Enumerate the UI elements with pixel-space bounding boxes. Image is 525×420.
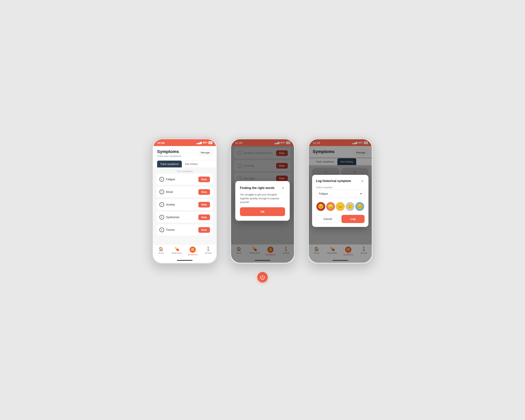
- neutral-emoji: 😐: [337, 204, 343, 209]
- symptom-name-mood: Mood: [166, 190, 173, 194]
- status-bar-1: 10:54 ▂▄▆ WiFi 82: [153, 139, 216, 146]
- nav-symptoms-label-1: Symptoms: [188, 253, 198, 256]
- status-time-1: 10:54: [157, 141, 165, 144]
- app-content-1: Symptoms Track your symptoms Manage Trac…: [153, 146, 216, 263]
- manage-button-1[interactable]: Manage: [198, 150, 212, 155]
- symptom-name-anxiety: Anxiety: [166, 203, 175, 206]
- info-icon-fatigue[interactable]: i: [159, 177, 164, 182]
- status-icons-1: ▂▄▆ WiFi 82: [197, 141, 212, 144]
- selected-symptom: Fatigue: [319, 192, 328, 195]
- rate-button-dyskinesia[interactable]: Rate: [198, 215, 210, 220]
- emoji-good[interactable]: 😊: [355, 202, 364, 211]
- phone-3: 11:19 ▂▄▆ WiFi 79 Symptoms Manage: [307, 138, 373, 264]
- nav-medication-1[interactable]: 💊 Medication: [171, 247, 182, 256]
- phone-1: 10:54 ▂▄▆ WiFi 82 Symptoms Track your sy…: [152, 138, 218, 264]
- ok-emoji: 🙂: [347, 204, 353, 209]
- nav-medication-label-1: Medication: [172, 252, 182, 254]
- chevron-down-icon: ▾: [360, 192, 362, 195]
- power-button[interactable]: [257, 272, 268, 282]
- wifi-icon-1: WiFi: [203, 141, 207, 144]
- emoji-ok[interactable]: 🙂: [346, 202, 355, 211]
- symptoms-list-1: i Fatigue Rate i Mood Rate: [153, 174, 216, 235]
- medication-icon-1: 💊: [174, 247, 179, 251]
- tab-see-history-1[interactable]: See history: [182, 161, 201, 168]
- rate-button-anxiety[interactable]: Rate: [198, 202, 210, 207]
- battery-badge-1: 82: [208, 141, 212, 144]
- popup-header: Finding the right words ✕: [240, 186, 285, 190]
- symptoms-icon-circle-1: 🙂: [190, 247, 196, 253]
- bad-emoji: 😞: [328, 204, 333, 209]
- symptom-name-tremor: Tremor: [166, 228, 175, 231]
- popup-ok-button[interactable]: Ok: [240, 207, 285, 216]
- very-bad-emoji: 😣: [318, 204, 324, 209]
- rate-button-tremor[interactable]: Rate: [198, 227, 210, 233]
- emoji-neutral[interactable]: 😐: [336, 202, 345, 211]
- good-emoji: 😊: [357, 204, 363, 209]
- symptoms-icon-1: 🙂: [191, 248, 195, 252]
- app-header-1: Symptoms Track your symptoms Manage: [153, 146, 216, 160]
- symptom-dropdown[interactable]: Fatigue ▾: [316, 190, 365, 197]
- nav-home-label-1: Home: [158, 252, 164, 254]
- activity-icon-1: 🚶: [206, 247, 211, 251]
- cancel-log-button[interactable]: Cancel: [316, 215, 339, 223]
- log-popup-close-button[interactable]: ✕: [360, 179, 365, 183]
- symptom-left-fatigue: i Fatigue: [159, 177, 175, 182]
- symptom-name-dyskinesia: Dyskinesia: [166, 216, 179, 219]
- symptom-left-tremor: i Tremor: [159, 227, 175, 232]
- log-popup-title: Log historical symptom: [316, 179, 351, 183]
- popup-title: Finding the right words: [240, 186, 275, 190]
- rate-button-mood[interactable]: Rate: [198, 189, 210, 195]
- info-icon-mood[interactable]: i: [159, 190, 164, 194]
- emoji-bad[interactable]: 😞: [326, 202, 335, 211]
- symptom-left-dyskinesia: i Dyskinesia: [159, 215, 179, 220]
- popup-close-button[interactable]: ✕: [280, 186, 285, 190]
- symptom-item-mood: i Mood Rate: [156, 187, 213, 197]
- home-icon-1: 🏠: [159, 247, 164, 251]
- info-icon-anxiety[interactable]: i: [159, 202, 164, 207]
- home-indicator-1: [153, 259, 216, 263]
- nav-home-1[interactable]: 🏠 Home: [156, 247, 167, 256]
- select-symptom-label: Select symptom: [316, 186, 365, 189]
- popup-body: You struggle to get your thoughts togeth…: [240, 193, 285, 204]
- scene: 10:54 ▂▄▆ WiFi 82 Symptoms Track your sy…: [152, 138, 373, 264]
- nav-symptoms-1[interactable]: 🙂 Symptoms: [187, 247, 198, 256]
- info-icon-tremor[interactable]: i: [159, 227, 164, 232]
- log-confirm-button[interactable]: Log: [341, 215, 365, 223]
- nav-activity-1[interactable]: 🚶 Activity: [203, 247, 214, 256]
- tab-bar-1: Track symptoms See history: [153, 161, 216, 168]
- phone-2: 11:20 ▂▄▆ WiFi 79 i Double or blurred vi…: [229, 138, 296, 264]
- tab-track-symptoms-1[interactable]: Track symptoms: [157, 161, 182, 168]
- log-historical-modal: Log historical symptom ✕ Select symptom …: [312, 175, 368, 227]
- power-container: [152, 272, 373, 282]
- section-label-1: Your symptoms: [153, 168, 216, 174]
- info-popup: Finding the right words ✕ You struggle t…: [235, 181, 290, 221]
- symptom-item-fatigue: i Fatigue Rate: [156, 174, 213, 185]
- popup-overlay-2: Finding the right words ✕ You struggle t…: [231, 139, 294, 263]
- emoji-rating-row: 😣 😞 😐 🙂 😊: [316, 200, 365, 214]
- info-icon-dyskinesia[interactable]: i: [159, 215, 164, 220]
- app-title-1: Symptoms: [157, 149, 181, 154]
- log-modal-actions: Cancel Log: [316, 215, 365, 223]
- signal-icon-1: ▂▄▆: [197, 141, 202, 144]
- bottom-nav-1: 🏠 Home 💊 Medication 🙂 Symptoms: [153, 244, 216, 259]
- header-text-1: Symptoms Track your symptoms: [157, 149, 181, 158]
- emoji-very-bad[interactable]: 😣: [316, 202, 325, 211]
- log-popup-overlay: Log historical symptom ✕ Select symptom …: [309, 139, 372, 263]
- symptom-item-dyskinesia: i Dyskinesia Rate: [156, 212, 213, 223]
- symptom-item-tremor: i Tremor Rate: [156, 224, 213, 235]
- app-subtitle-1: Track your symptoms: [157, 155, 181, 158]
- nav-activity-label-1: Activity: [205, 252, 212, 254]
- power-icon: [260, 275, 265, 280]
- rate-button-fatigue[interactable]: Rate: [198, 177, 210, 182]
- symptom-item-anxiety: i Anxiety Rate: [156, 199, 213, 210]
- symptom-left-mood: i Mood: [159, 190, 173, 194]
- symptom-left-anxiety: i Anxiety: [159, 202, 175, 207]
- home-bar-1: [177, 260, 193, 261]
- symptom-name-fatigue: Fatigue: [166, 178, 175, 181]
